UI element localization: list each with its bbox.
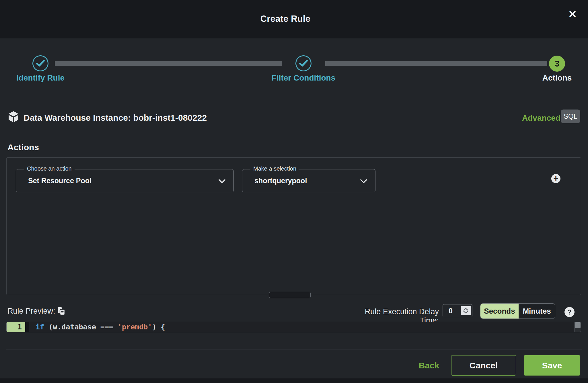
step-identify-rule-circle[interactable] <box>32 55 48 71</box>
step-label-filter-conditions[interactable]: Filter Conditions <box>269 73 338 83</box>
instance-title: Data Warehouse Instance: bobr-inst1-0802… <box>24 113 207 123</box>
save-button-label: Save <box>542 361 562 370</box>
action-dropdown[interactable]: Choose an action Set Resource Pool <box>16 169 234 192</box>
code-token: if <box>36 323 44 331</box>
actions-panel: Choose an action Set Resource Pool Make … <box>6 157 581 295</box>
close-icon: ✕ <box>568 8 577 20</box>
code-token: 'premdb' <box>118 323 152 331</box>
cancel-button[interactable]: Cancel <box>451 355 516 376</box>
copy-icon[interactable] <box>57 307 66 316</box>
rule-preview-label: Rule Preview: <box>7 307 55 316</box>
save-button[interactable]: Save <box>524 355 580 376</box>
chevron-down-icon <box>219 179 225 183</box>
check-icon <box>36 60 45 67</box>
action-dropdown-value: Set Resource Pool <box>28 169 91 192</box>
step-label-identify-rule[interactable]: Identify Rule <box>6 73 75 83</box>
delay-stepper[interactable] <box>461 306 471 315</box>
code-token: ) { <box>152 323 165 331</box>
sql-button-label: SQL <box>564 112 577 120</box>
add-action-button[interactable]: + <box>551 174 560 183</box>
code-token: (w.database <box>44 323 100 331</box>
gutter-divider <box>25 322 29 332</box>
seconds-toggle[interactable]: Seconds <box>480 304 519 318</box>
code-line-number: 1 <box>7 322 25 332</box>
page-title: Create Rule <box>0 14 571 24</box>
code-token <box>113 323 118 331</box>
background-edge <box>0 378 588 383</box>
delay-value: 0 <box>449 307 453 315</box>
progress-bar-1 <box>55 61 282 66</box>
chevron-up-icon <box>463 308 469 311</box>
help-button[interactable]: ? <box>564 307 575 317</box>
progress-bar-2 <box>325 61 547 66</box>
cube-icon <box>7 111 20 123</box>
close-button[interactable]: ✕ <box>564 6 581 22</box>
rule-code-editor[interactable]: 1 if (w.database === 'premdb') { <box>6 322 581 332</box>
minutes-toggle[interactable]: Minutes <box>519 304 555 318</box>
step-label-actions: Actions <box>523 73 588 83</box>
plus-icon: + <box>553 174 558 183</box>
create-rule-modal: Create Rule ✕ 3 Identify Rule Filter Con… <box>0 0 588 383</box>
delay-unit-toggle: Seconds Minutes <box>480 303 555 319</box>
delay-input[interactable]: 0 <box>443 304 472 317</box>
footer-divider <box>6 349 582 349</box>
question-icon: ? <box>567 308 572 316</box>
actions-heading: Actions <box>7 142 39 152</box>
cancel-button-label: Cancel <box>470 361 498 370</box>
advanced-link[interactable]: Advanced <box>522 114 560 123</box>
code-token: === <box>100 323 113 331</box>
code-line[interactable]: if (w.database === 'premdb') { <box>29 322 575 332</box>
step-actions-circle[interactable]: 3 <box>549 56 565 72</box>
check-icon <box>299 60 308 67</box>
modal-header: Create Rule ✕ <box>0 0 588 38</box>
code-scrollbar[interactable] <box>575 322 581 332</box>
code-scrollbar-thumb[interactable] <box>575 322 581 328</box>
selection-dropdown[interactable]: Make a selection shortquerypool <box>242 169 375 192</box>
chevron-down-icon <box>360 179 367 183</box>
selection-dropdown-value: shortquerypool <box>254 169 307 192</box>
chevron-down-icon <box>463 311 469 314</box>
step-filter-conditions-circle[interactable] <box>295 55 311 71</box>
sql-button[interactable]: SQL <box>561 110 580 123</box>
back-button[interactable]: Back <box>412 361 445 370</box>
panel-resize-handle[interactable] <box>269 292 311 298</box>
step-badge: 3 <box>555 59 560 69</box>
